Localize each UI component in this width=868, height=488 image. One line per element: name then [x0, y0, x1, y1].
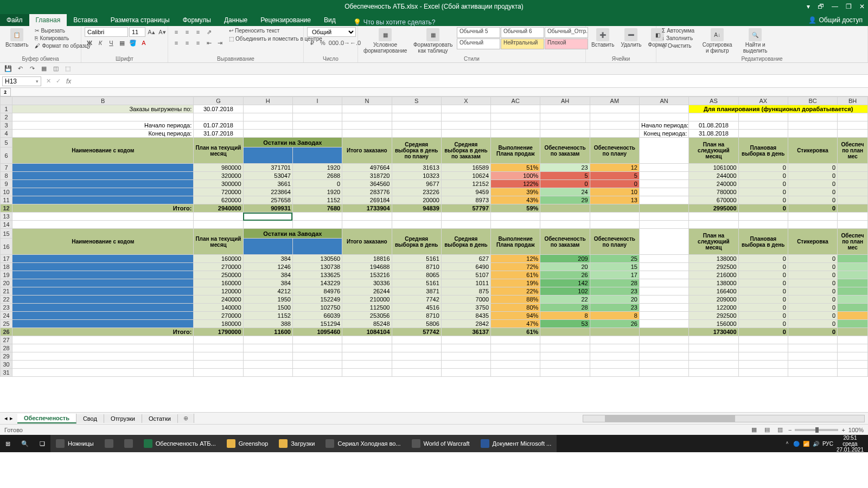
tray-clock[interactable]: 20:51 среда 27.01.2021 — [837, 435, 864, 453]
border-icon[interactable]: ▦ — [117, 38, 127, 48]
tray-up-icon[interactable]: ＾ — [784, 440, 790, 447]
search-button[interactable]: 🔍 — [16, 435, 34, 452]
window-title: Обеспеченость АТБ.xlsx - Excel (Сбой акт… — [344, 3, 523, 10]
comma-icon[interactable]: 000 — [329, 38, 339, 48]
sheet-tab-3[interactable]: Отгрузки — [104, 414, 142, 423]
align-top-icon[interactable]: ≡ — [171, 27, 181, 37]
underline-icon[interactable]: Ч — [106, 38, 116, 48]
sheet-nav-last-icon[interactable]: ▸ — [10, 415, 13, 422]
zoom-out-icon[interactable]: − — [788, 427, 792, 433]
font-color-icon[interactable]: A — [139, 38, 149, 48]
cell-styles-gallery[interactable]: Обычный 5 Обычный 6 Обычный_Отгр... Обыч… — [457, 27, 588, 49]
view-normal-icon[interactable]: ▦ — [749, 425, 759, 435]
window-close-icon[interactable]: ✕ — [859, 3, 865, 10]
align-left-icon[interactable]: ≡ — [171, 38, 181, 48]
tray-icon[interactable]: 📶 — [803, 441, 809, 447]
enter-icon[interactable]: ✓ — [53, 76, 63, 86]
tray-lang[interactable]: РУС — [822, 441, 833, 447]
undo-icon[interactable]: ↶ — [15, 64, 25, 74]
find-select-button[interactable]: 🔍Найти и выделить — [738, 27, 773, 55]
task-excel[interactable]: Обеспеченость АТБ... — [138, 435, 221, 452]
worksheet-grid[interactable]: BGH INS XACAH AMANAS AXBCBH 1Заказы выгр… — [0, 97, 868, 412]
borders-icon[interactable]: ◫ — [51, 64, 61, 74]
percent-icon[interactable]: % — [318, 38, 328, 48]
zoom-in-icon[interactable]: + — [841, 427, 845, 433]
ribbon-tabs: Файл Главная Вставка Разметка страницы Ф… — [0, 13, 868, 26]
tab-file[interactable]: Файл — [0, 14, 29, 26]
task-view-button[interactable]: ❏ — [34, 435, 50, 452]
sort-filter-button[interactable]: A↓Сортировка и фильтр — [699, 27, 736, 55]
tray-icon[interactable]: 🔵 — [793, 441, 800, 447]
insert-cells-button[interactable]: ➕Вставить — [589, 27, 616, 49]
task-word[interactable]: Документ Microsoft ... — [475, 435, 557, 452]
redo-icon[interactable]: ↷ — [27, 64, 37, 74]
window-restore-icon[interactable]: 🗗 — [818, 3, 824, 10]
add-sheet-button[interactable]: ⊕ — [178, 414, 194, 423]
indent-inc-icon[interactable]: ⇥ — [215, 38, 225, 48]
task-folder2[interactable]: Загрузки — [273, 435, 320, 452]
task-app2[interactable] — [99, 435, 119, 452]
font-size[interactable] — [129, 27, 145, 37]
italic-icon[interactable]: К — [95, 38, 105, 48]
zoom-level[interactable]: 100% — [848, 427, 864, 433]
font-name[interactable] — [85, 27, 128, 37]
tab-review[interactable]: Рецензирование — [254, 14, 317, 26]
grid-icon[interactable]: ▦ — [39, 64, 49, 74]
sheet-tab-2[interactable]: Свод — [76, 414, 104, 423]
fill-color-icon[interactable]: 🪣 — [128, 38, 138, 48]
orientation-icon[interactable]: ⇗ — [204, 27, 214, 37]
table-icon: ▦ — [426, 28, 439, 41]
delete-cells-button[interactable]: ➖Удалить — [618, 27, 643, 49]
align-right-icon[interactable]: ≡ — [193, 38, 203, 48]
sheet-tab-1[interactable]: Обеспеченость — [17, 414, 76, 423]
autosum-button[interactable]: Σ Автосумма — [660, 27, 697, 34]
grow-font-icon[interactable]: A▴ — [146, 27, 156, 37]
share-button[interactable]: 👤 Общий доступ — [803, 14, 868, 26]
shrink-font-icon[interactable]: A▾ — [157, 27, 167, 37]
view-break-icon[interactable]: ▥ — [775, 425, 785, 435]
bold-icon[interactable]: Ж — [85, 38, 94, 48]
tab-home[interactable]: Главная — [29, 14, 67, 26]
indent-dec-icon[interactable]: ⇤ — [204, 38, 214, 48]
ribbon-opts-icon[interactable]: ▾ — [807, 3, 810, 10]
task-app3[interactable] — [119, 435, 138, 452]
currency-icon[interactable]: ₽ — [307, 38, 317, 48]
task-wow[interactable]: World of Warcraft — [406, 435, 475, 452]
tab-data[interactable]: Данные — [218, 14, 254, 26]
align-center-icon[interactable]: ≡ — [182, 38, 192, 48]
tab-insert[interactable]: Вставка — [67, 14, 104, 26]
paste-button[interactable]: 📋Вставить — [3, 27, 30, 49]
column-headers[interactable]: BGH INS XACAH AMANAS AXBCBH — [1, 97, 868, 105]
merge-icon[interactable]: ⬚ — [63, 64, 73, 74]
chevron-down-icon[interactable]: ▾ — [36, 79, 39, 84]
window-minimize-icon[interactable]: — — [832, 3, 838, 10]
fill-button[interactable]: ↓ Заполнить — [660, 35, 697, 42]
name-box[interactable]: H13▾ — [2, 76, 41, 86]
horizontal-scrollbar[interactable] — [583, 415, 865, 422]
tab-layout[interactable]: Разметка страницы — [104, 14, 176, 26]
sheet-nav-first-icon[interactable]: ◂ — [4, 415, 8, 422]
task-folder1[interactable]: Greenshop — [221, 435, 273, 452]
task-browser[interactable]: Сериал Холодная во... — [320, 435, 406, 452]
tab-view[interactable]: Вид — [317, 14, 342, 26]
view-layout-icon[interactable]: ▤ — [762, 425, 772, 435]
tell-me[interactable]: 💡 Что вы хотите сделать? — [353, 18, 436, 26]
number-format[interactable]: Общий — [307, 27, 356, 37]
align-middle-icon[interactable]: ≡ — [182, 27, 192, 37]
align-bottom-icon[interactable]: ≡ — [193, 27, 203, 37]
sheet-tab-4[interactable]: Остатки — [142, 414, 178, 423]
start-button[interactable]: ⊞ — [0, 435, 16, 452]
task-snip[interactable]: Ножницы — [50, 435, 99, 452]
format-as-table-button[interactable]: ▦Форматировать как таблицу — [411, 27, 455, 55]
clear-button[interactable]: ◇ Очистить — [660, 42, 697, 49]
tray-icon[interactable]: 🔊 — [813, 441, 819, 447]
conditional-formatting-button[interactable]: ▦Условное форматирование — [361, 27, 409, 55]
zoom-slider[interactable] — [795, 429, 838, 431]
window-maximize-icon[interactable]: ❐ — [846, 3, 852, 10]
save-icon[interactable]: 💾 — [3, 64, 13, 74]
inc-decimal-icon[interactable]: .0→ — [340, 38, 349, 48]
cancel-icon[interactable]: ✕ — [43, 76, 53, 86]
formula-input[interactable] — [74, 76, 868, 87]
fx-icon[interactable]: fx — [63, 78, 74, 85]
tab-formulas[interactable]: Формулы — [176, 14, 218, 26]
